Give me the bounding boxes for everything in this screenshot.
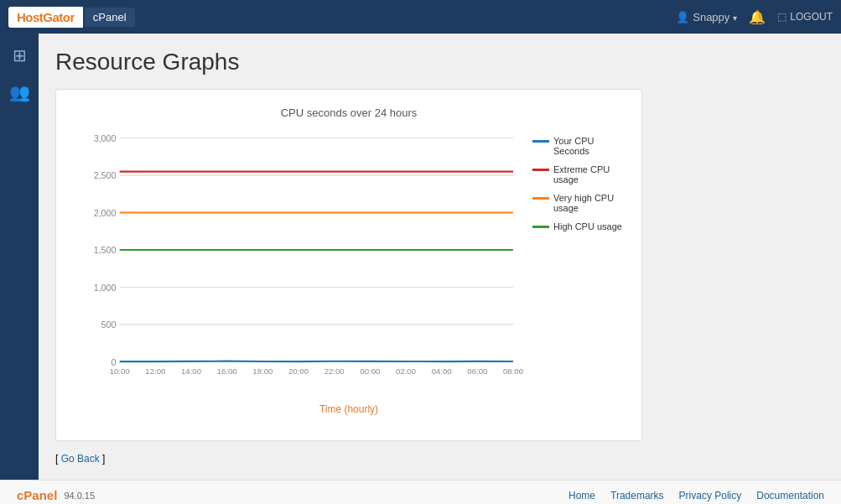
svg-text:10:00: 10:00	[110, 366, 130, 376]
hostgator-logo: HostGator	[8, 7, 83, 28]
legend-label: Extreme CPU usage	[553, 164, 625, 184]
logout-icon: ⬚	[777, 11, 786, 23]
user-menu-button[interactable]: 👤 Snappy	[676, 11, 737, 23]
svg-text:3,000: 3,000	[94, 133, 117, 143]
svg-text:500: 500	[101, 320, 117, 330]
legend-color-swatch	[532, 197, 549, 200]
footer-trademarks-link[interactable]: Trademarks	[610, 490, 664, 501]
user-label: Snappy	[693, 11, 729, 23]
notifications-button[interactable]: 🔔	[749, 9, 766, 25]
chart-area: 05001,0001,5002,0002,5003,00010:0012:001…	[73, 129, 625, 400]
svg-text:2,000: 2,000	[94, 208, 117, 218]
svg-text:14:00: 14:00	[181, 366, 201, 376]
go-back-area: [ Go Back ]	[55, 453, 824, 465]
chart-container: CPU seconds over 24 hours 05001,0001,500…	[55, 89, 642, 441]
main-content: Resource Graphs CPU seconds over 24 hour…	[39, 34, 841, 480]
footer-privacy-link[interactable]: Privacy Policy	[679, 490, 742, 501]
svg-text:12:00: 12:00	[145, 366, 165, 376]
legend-label: Very high CPU usage	[553, 193, 625, 213]
grid-icon[interactable]: ⊞	[9, 42, 30, 69]
footer: cPanel 94.0.15 Home Trademarks Privacy P…	[0, 480, 841, 504]
nav-right: 👤 Snappy 🔔 ⬚ LOGOUT	[676, 9, 833, 25]
chart-svg: 05001,0001,5002,0002,5003,00010:0012:001…	[73, 129, 524, 397]
chart-title: CPU seconds over 24 hours	[73, 107, 625, 119]
footer-links: Home Trademarks Privacy Policy Documenta…	[568, 490, 824, 501]
sidebar: ⊞ 👥	[0, 34, 39, 480]
footer-left: cPanel 94.0.15	[17, 488, 95, 502]
user-icon: 👤	[676, 11, 689, 23]
legend-color-swatch	[532, 140, 549, 143]
chart-x-label: Time (hourly)	[73, 403, 625, 415]
svg-text:18:00: 18:00	[252, 366, 273, 376]
legend-item: Extreme CPU usage	[532, 164, 625, 184]
footer-documentation-link[interactable]: Documentation	[756, 490, 824, 501]
legend-color-swatch	[532, 169, 549, 171]
cpanel-logo: cPanel	[85, 8, 135, 27]
go-back-link[interactable]: Go Back	[61, 453, 100, 465]
chart-legend: Your CPU SecondsExtreme CPU usageVery hi…	[532, 129, 625, 400]
brand-area: HostGator cPanel	[8, 7, 135, 28]
svg-text:04:00: 04:00	[432, 366, 452, 376]
page-title: Resource Graphs	[55, 49, 824, 75]
footer-cpanel-logo: cPanel	[17, 488, 57, 502]
svg-text:2,500: 2,500	[94, 170, 117, 180]
page-layout: ⊞ 👥 Resource Graphs CPU seconds over 24 …	[0, 34, 841, 480]
legend-item: Very high CPU usage	[532, 193, 625, 213]
legend-item: Your CPU Seconds	[532, 136, 625, 156]
svg-text:22:00: 22:00	[324, 366, 345, 376]
legend-label: Your CPU Seconds	[553, 136, 625, 156]
users-icon[interactable]: 👥	[6, 79, 34, 106]
svg-text:1,500: 1,500	[94, 245, 117, 255]
legend-item: High CPU usage	[532, 221, 625, 231]
svg-text:16:00: 16:00	[217, 366, 237, 376]
chart-graph: 05001,0001,5002,0002,5003,00010:0012:001…	[73, 129, 524, 400]
svg-text:1,000: 1,000	[94, 283, 117, 293]
footer-version: 94.0.15	[64, 491, 95, 501]
logout-label: LOGOUT	[790, 11, 833, 23]
chevron-down-icon	[733, 11, 737, 23]
svg-text:0: 0	[111, 357, 116, 367]
legend-label: High CPU usage	[553, 221, 622, 231]
svg-text:00:00: 00:00	[360, 366, 380, 376]
logout-button[interactable]: ⬚ LOGOUT	[777, 11, 833, 23]
legend-color-swatch	[532, 226, 549, 228]
svg-text:08:00: 08:00	[503, 366, 523, 376]
svg-text:20:00: 20:00	[288, 366, 309, 376]
top-navigation: HostGator cPanel 👤 Snappy 🔔 ⬚ LOGOUT	[0, 0, 841, 34]
svg-text:06:00: 06:00	[467, 366, 487, 376]
footer-home-link[interactable]: Home	[568, 490, 595, 501]
svg-text:02:00: 02:00	[396, 366, 416, 376]
